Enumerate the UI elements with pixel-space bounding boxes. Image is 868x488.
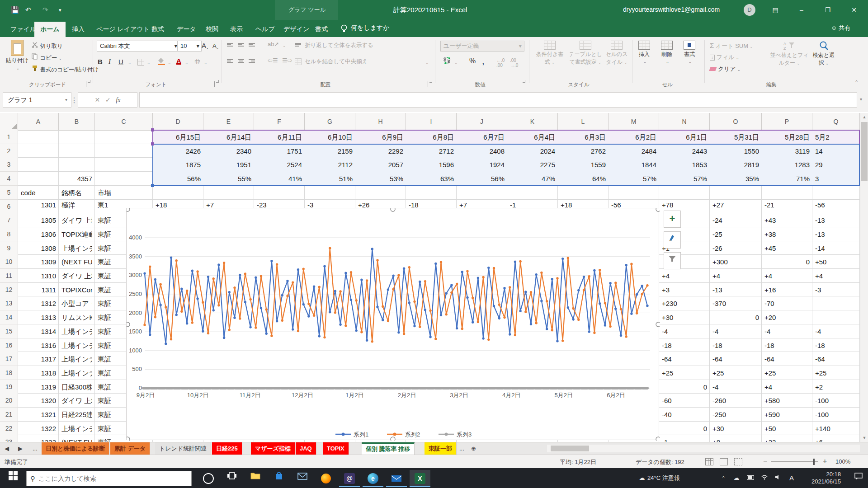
alignment-dialog-launcher-icon[interactable]	[428, 81, 434, 87]
cell-N15[interactable]: -4	[662, 324, 707, 338]
cell-A17[interactable]: 1317	[21, 352, 56, 366]
cell-N21[interactable]: -40	[662, 408, 707, 422]
select-all-button[interactable]	[0, 113, 18, 131]
column-header-E[interactable]: E	[203, 113, 254, 131]
cell-O6[interactable]: +27	[712, 201, 759, 210]
cell-A6[interactable]: 1301	[21, 201, 56, 210]
percent-icon[interactable]: %	[469, 57, 476, 65]
column-header-N[interactable]: N	[659, 113, 710, 131]
format-cells-button[interactable]: 書式⌄	[679, 41, 700, 65]
format-as-table-button[interactable]: テーブルとして書式設定⌄	[568, 41, 603, 66]
range-handle[interactable]	[151, 184, 154, 187]
cell-Q18[interactable]: +25	[815, 366, 857, 380]
cell-Q6[interactable]: -56	[815, 201, 857, 210]
ribbon-tab-6[interactable]: データ	[171, 22, 202, 37]
row-header-6[interactable]: 6	[0, 200, 18, 214]
cell-Q19[interactable]: +2	[815, 380, 857, 394]
cell-Q16[interactable]: -18	[815, 338, 857, 352]
cell-B8[interactable]: TOPIX連動	[61, 227, 92, 241]
cell-B9[interactable]: 上場インデ	[61, 241, 92, 255]
align-top-icon[interactable]	[227, 42, 233, 47]
column-header-D[interactable]: D	[153, 113, 203, 131]
edge-icon[interactable]: e	[363, 470, 383, 487]
cell-O16[interactable]: -18	[712, 338, 759, 352]
action-center-icon[interactable]	[852, 468, 865, 488]
column-header-K[interactable]: K	[507, 113, 558, 131]
cell-Q23[interactable]: +6	[815, 435, 857, 442]
cell-Q10[interactable]: +50	[815, 255, 857, 269]
zoom-level[interactable]: 100%	[835, 458, 850, 465]
font-dialog-launcher-icon[interactable]	[214, 81, 220, 87]
chart-filters-funnel-button[interactable]	[664, 252, 681, 269]
onedrive-cloud-icon[interactable]: ☁	[731, 468, 741, 488]
cell-B20[interactable]: ダイワ 上場	[61, 394, 92, 408]
cell-N16[interactable]: -18	[662, 338, 707, 352]
ribbon-tab-9[interactable]: ヘルプ	[250, 22, 281, 37]
decrease-decimal-icon[interactable]: .00→.0	[510, 58, 518, 68]
cell-O10[interactable]: +300	[712, 255, 759, 269]
excel-taskbar-icon[interactable]: X	[410, 470, 430, 487]
cell-O9[interactable]: -26	[712, 241, 759, 255]
ime-mode-indicator[interactable]: A	[787, 468, 797, 488]
cell-B12[interactable]: TOPIXCore	[61, 283, 92, 297]
cell-O18[interactable]: +25	[712, 366, 759, 380]
sheet-tab-7[interactable]: TOPIX	[323, 442, 349, 455]
taskbar-search-input[interactable]: ⚲ここに入力して検索	[26, 471, 192, 486]
cell-O23[interactable]: +8	[712, 435, 759, 442]
cell-O22[interactable]: +30	[712, 422, 759, 436]
cell-B14[interactable]: サムスンK	[61, 310, 92, 324]
ribbon-tab-3[interactable]: 挿入	[66, 22, 90, 37]
cell-O8[interactable]: -25	[712, 227, 759, 241]
cell-P8[interactable]: +38	[764, 227, 810, 241]
increase-indent-icon[interactable]: ☰⇨	[282, 57, 292, 64]
underline-button[interactable]: U	[118, 58, 123, 66]
column-header-F[interactable]: F	[254, 113, 305, 131]
sheet-tab-5[interactable]: マザーズ指標	[251, 442, 295, 455]
font-color-icon[interactable]: A	[176, 57, 181, 65]
column-header-A[interactable]: A	[18, 113, 59, 131]
cell-B21[interactable]: 日経225連	[61, 408, 92, 422]
cell-N19[interactable]: 0	[662, 380, 707, 394]
task-view-icon[interactable]	[222, 470, 242, 486]
horizontal-scrollbar[interactable]	[547, 445, 860, 452]
clock[interactable]: 20:182021/06/15	[799, 468, 841, 488]
cell-B19[interactable]: 日経300株	[61, 380, 92, 394]
increase-font-icon[interactable]: A˲	[202, 42, 208, 49]
sheet-nav-right-icon[interactable]: ▶	[18, 442, 23, 455]
sheet-tab-9[interactable]: 東証一部	[425, 442, 457, 455]
weather-info[interactable]: 24°C 注意報	[647, 468, 697, 488]
cell-B17[interactable]: 上場インデ	[61, 352, 92, 366]
cut-button[interactable]: 切り取り	[32, 42, 63, 50]
sort-filter-button[interactable]: AZ 並べ替えとフィルター⌄	[769, 41, 809, 67]
sheet-tab-1[interactable]: 日別と株価による診断	[42, 442, 109, 455]
range-handle[interactable]	[151, 128, 154, 131]
cortana-icon[interactable]	[198, 470, 219, 486]
row-header-2[interactable]: 2	[0, 144, 18, 158]
column-header-B[interactable]: B	[59, 113, 95, 131]
row-header-22[interactable]: 22	[0, 422, 18, 436]
column-header-C[interactable]: C	[95, 113, 153, 131]
network-icon[interactable]	[760, 468, 769, 488]
cell-B18[interactable]: 上場インデ	[61, 366, 92, 380]
row-header-11[interactable]: 11	[0, 269, 18, 283]
name-box[interactable]: グラフ 1▾	[3, 92, 71, 108]
cell-Q7[interactable]: -13	[815, 213, 857, 227]
font-name-select[interactable]: Calibri 本文▾	[97, 41, 180, 52]
sheet-tab-2[interactable]: 累計 データ	[110, 442, 150, 455]
bold-button[interactable]: B	[98, 58, 103, 66]
cell-P6[interactable]: -21	[764, 201, 810, 210]
row-header-20[interactable]: 20	[0, 394, 18, 408]
cell-B11[interactable]: ダイワ 上場	[61, 269, 92, 283]
cell-styles-button[interactable]: セルのスタイル⌄	[604, 41, 629, 66]
autosum-button[interactable]: Σ オート SUM⌄	[710, 42, 753, 50]
mail-icon[interactable]	[292, 470, 313, 486]
cell-A19[interactable]: 1319	[21, 380, 56, 394]
redo-icon[interactable]: ↷	[42, 3, 48, 17]
range-handle[interactable]	[151, 142, 154, 145]
zoom-in-icon[interactable]: +	[823, 457, 827, 465]
comma-icon[interactable]: ,	[482, 56, 485, 66]
cell-O13[interactable]: -370	[712, 296, 759, 310]
restore-button[interactable]: ❐	[817, 2, 838, 18]
ribbon-tab-5[interactable]: 数式	[146, 22, 170, 37]
row-header-10[interactable]: 10	[0, 255, 18, 269]
